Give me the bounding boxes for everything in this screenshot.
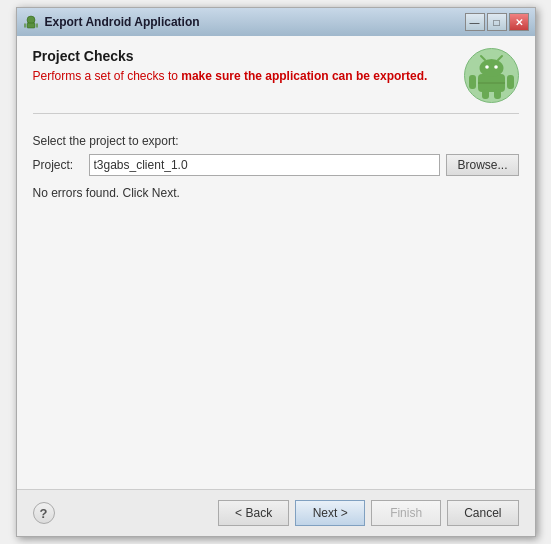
svg-point-7 [485, 65, 489, 69]
window-icon [23, 14, 39, 30]
svg-rect-14 [494, 89, 501, 99]
form-section: Select the project to export: Project: B… [33, 134, 519, 200]
maximize-button[interactable]: □ [487, 13, 507, 31]
back-button[interactable]: < Back [218, 500, 289, 526]
header-description: Performs a set of checks to make sure th… [33, 68, 454, 85]
title-controls: — □ ✕ [465, 13, 529, 31]
svg-rect-1 [27, 23, 35, 28]
browse-button[interactable]: Browse... [446, 154, 518, 176]
status-message: No errors found. Click Next. [33, 186, 519, 200]
project-label: Project: [33, 158, 83, 172]
project-row: Project: Browse... [33, 154, 519, 176]
cancel-button[interactable]: Cancel [447, 500, 518, 526]
svg-point-8 [494, 65, 498, 69]
title-bar: Export Android Application — □ ✕ [17, 8, 535, 36]
page-title: Project Checks [33, 48, 454, 64]
svg-rect-12 [507, 75, 514, 89]
svg-rect-11 [469, 75, 476, 89]
close-button[interactable]: ✕ [509, 13, 529, 31]
svg-rect-15 [478, 82, 505, 84]
select-label: Select the project to export: [33, 134, 519, 148]
content-area: Project Checks Performs a set of checks … [17, 36, 535, 489]
button-group: < Back Next > Finish Cancel [218, 500, 518, 526]
svg-rect-13 [482, 89, 489, 99]
android-logo [464, 48, 519, 103]
svg-point-6 [479, 59, 503, 77]
project-input[interactable] [89, 154, 441, 176]
description-prefix: Performs a set of checks to [33, 69, 182, 83]
window-title: Export Android Application [45, 15, 465, 29]
header-text: Project Checks Performs a set of checks … [33, 48, 454, 85]
help-button[interactable]: ? [33, 502, 55, 524]
finish-button: Finish [371, 500, 441, 526]
header-section: Project Checks Performs a set of checks … [33, 48, 519, 114]
bottom-bar: ? < Back Next > Finish Cancel [17, 489, 535, 536]
minimize-button[interactable]: — [465, 13, 485, 31]
main-window: Export Android Application — □ ✕ Project… [16, 7, 536, 537]
spacer [33, 200, 519, 477]
next-button[interactable]: Next > [295, 500, 365, 526]
description-bold: make sure the application can be exporte… [181, 69, 427, 83]
